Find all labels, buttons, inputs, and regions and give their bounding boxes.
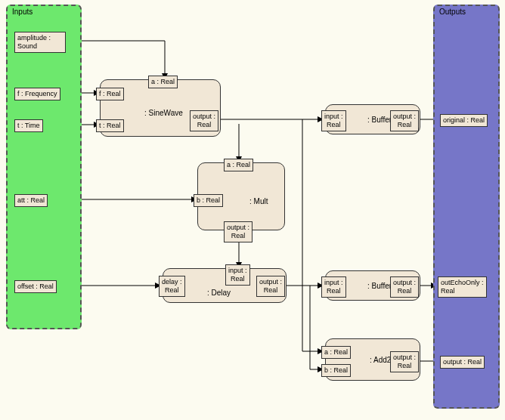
port-add2-b[interactable]: b : Real — [321, 364, 351, 377]
outputs-panel: Outputs — [433, 5, 500, 409]
port-delay-input[interactable]: input : Real — [225, 264, 250, 286]
block-sinewave-label: : SineWave — [144, 109, 183, 117]
port-sinewave-t[interactable]: t : Real — [96, 119, 124, 132]
output-original[interactable]: original : Real — [440, 114, 488, 127]
port-delay-delay[interactable]: delay : Real — [159, 276, 185, 297]
port-sinewave-f[interactable]: f : Real — [96, 88, 124, 100]
port-mult-output[interactable]: output : Real — [224, 221, 253, 242]
inputs-title: Inputs — [12, 8, 33, 16]
input-f[interactable]: f : Frequency — [14, 88, 60, 100]
input-amplitude[interactable]: amplitude : Sound — [14, 32, 66, 53]
diagram-canvas: Inputs amplitude : Sound f : Frequency t… — [0, 0, 505, 420]
port-sinewave-output[interactable]: output : Real — [190, 110, 218, 131]
port-buffer2-input[interactable]: input : Real — [321, 276, 346, 298]
port-mult-a[interactable]: a : Real — [224, 159, 253, 171]
output-echoonly[interactable]: outEchoOnly : Real — [438, 276, 487, 298]
input-t[interactable]: t : Time — [14, 119, 43, 132]
output-output[interactable]: output : Real — [440, 356, 485, 369]
port-add2-output[interactable]: output : Real — [390, 351, 419, 372]
port-buffer2-output[interactable]: output : Real — [390, 276, 419, 298]
port-buffer1-input[interactable]: input : Real — [321, 110, 346, 131]
block-buffer2-label: : Buffer — [367, 282, 392, 290]
port-delay-output[interactable]: output : Real — [256, 276, 285, 297]
input-att[interactable]: att : Real — [14, 194, 48, 207]
port-mult-b[interactable]: b : Real — [194, 194, 223, 207]
block-buffer1-label: : Buffer — [367, 116, 392, 124]
outputs-title: Outputs — [439, 8, 466, 16]
port-buffer1-output[interactable]: output : Real — [390, 110, 419, 131]
block-mult-label: : Mult — [249, 197, 268, 205]
input-offset[interactable]: offset : Real — [14, 280, 57, 293]
block-delay-label: : Delay — [207, 289, 231, 297]
port-add2-a[interactable]: a : Real — [321, 346, 351, 359]
block-add2-label: : Add2 — [370, 356, 391, 364]
port-sinewave-a[interactable]: a : Real — [148, 76, 178, 88]
